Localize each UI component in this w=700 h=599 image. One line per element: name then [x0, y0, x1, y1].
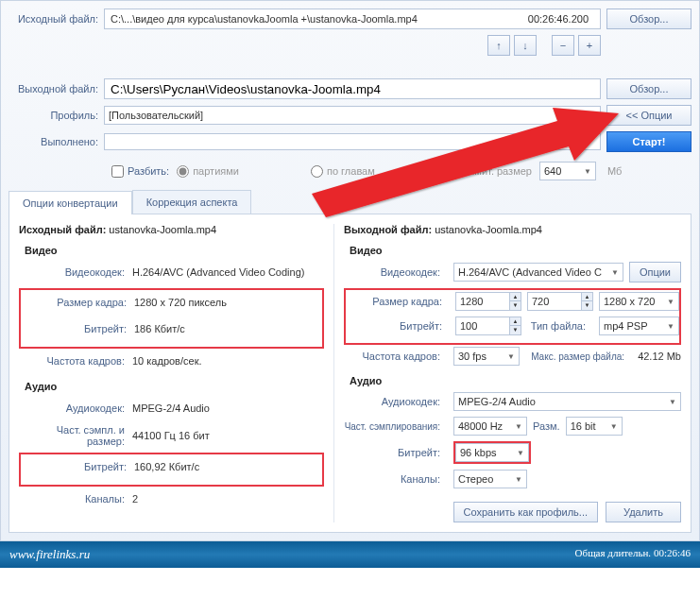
out-bit-depth-combo[interactable]: 16 bit▼ [566, 417, 623, 436]
source-section-title: Исходный файл: ustanovka-Joomla.mp4 [19, 224, 324, 235]
file-type-combo[interactable]: mp4 PSP▼ [599, 317, 679, 335]
chevron-down-icon: ▼ [589, 111, 596, 120]
split-size-combo[interactable]: 640 ▼ [539, 162, 596, 180]
save-profile-button[interactable]: Сохранить как профиль... [453, 502, 598, 522]
out-fps-combo[interactable]: 30 fps▼ [453, 347, 520, 366]
remove-button[interactable]: − [552, 35, 574, 56]
footer-duration: Общая длительн. 00:26:46 [575, 547, 691, 562]
move-down-button[interactable]: ↓ [514, 35, 537, 56]
options-toggle-button[interactable]: << Опции [606, 105, 691, 126]
source-sample-rate: 44100 Гц 16 бит [132, 430, 210, 441]
frame-height-input[interactable]: 720▲▼ [527, 292, 593, 311]
progress-bar [104, 133, 601, 150]
done-label: Выполнено: [9, 136, 98, 147]
tab-aspect-correction[interactable]: Коррекция аспекта [132, 190, 252, 214]
split-checkbox[interactable]: Разбить: [111, 165, 169, 178]
add-button[interactable]: + [578, 35, 601, 56]
browse-output-button[interactable]: Обзор... [606, 78, 691, 99]
browse-source-button[interactable]: Обзор... [606, 9, 691, 29]
frame-preset-combo[interactable]: 1280 x 720▼ [599, 292, 679, 311]
source-frame-size: 1280 x 720 пиксель [134, 297, 227, 308]
source-duration: 00:26:46.200 [528, 13, 594, 25]
split-by-parts-radio[interactable]: партиями [177, 165, 239, 178]
start-button[interactable]: Старт! [606, 131, 691, 152]
tab-convert-options[interactable]: Опции конвертации [9, 191, 132, 214]
delete-profile-button[interactable]: Удалить [606, 502, 681, 522]
out-channels-combo[interactable]: Стерео▼ [453, 470, 527, 488]
move-up-button[interactable]: ↑ [487, 35, 510, 56]
output-file-label: Выходной файл: [9, 83, 98, 94]
output-file-input[interactable] [104, 78, 601, 99]
source-audio-codec: MPEG-2/4 Audio [132, 402, 210, 414]
out-video-bitrate-input[interactable]: 100▲▼ [455, 317, 521, 335]
codec-options-button[interactable]: Опции [629, 262, 681, 282]
out-video-label: Видео [350, 245, 681, 256]
out-audio-label: Аудио [350, 375, 681, 386]
out-audio-codec-combo[interactable]: MPEG-2/4 Audio▼ [453, 392, 681, 411]
source-video-bitrate: 186 Кбит/с [134, 323, 185, 334]
source-channels: 2 [132, 493, 138, 505]
footer-site: www.firelinks.ru [9, 547, 90, 562]
out-audio-bitrate-combo[interactable]: 96 kbps▼ [455, 443, 529, 462]
chevron-down-icon: ▼ [611, 268, 619, 277]
max-file-size: 42.12 Mb [638, 351, 681, 362]
output-section-title: Выходной файл: ustanovka-Joomla.mp4 [344, 224, 681, 235]
out-sample-rate-combo[interactable]: 48000 Hz▼ [453, 417, 527, 436]
source-file-path: C:\...\видео для курса\ustanovkaJoomla +… [104, 9, 601, 29]
frame-width-input[interactable]: 1280▲▼ [455, 292, 521, 311]
source-file-label: Исходный файл: [9, 13, 98, 25]
source-audio-bitrate: 160,92 Кбит/с [134, 461, 199, 472]
split-limit-size-radio[interactable]: лимит. размер [447, 165, 532, 178]
audio-section-label: Аудио [25, 381, 324, 392]
chevron-down-icon: ▼ [584, 167, 591, 176]
source-fps: 10 кадров/сек. [132, 355, 202, 367]
profile-combo[interactable]: [Пользовательский] ▼ [104, 106, 601, 125]
out-video-codec-combo[interactable]: H.264/AVC (Advanced Video C▼ [453, 263, 623, 282]
profile-label: Профиль: [9, 110, 98, 121]
split-by-chapters-radio[interactable]: по главам [311, 165, 375, 178]
source-video-codec: H.264/AVC (Advanced Video Coding) [132, 266, 304, 278]
video-section-label: Видео [25, 245, 324, 256]
